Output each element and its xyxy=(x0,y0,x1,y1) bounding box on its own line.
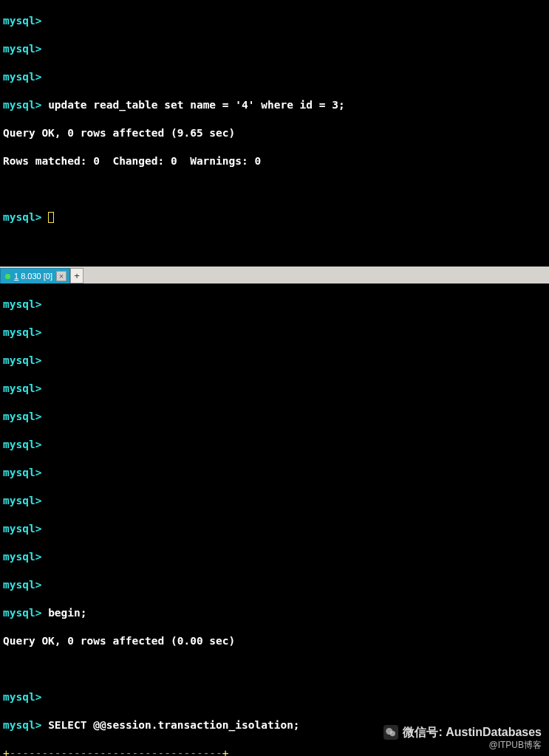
top-terminal: mysql> mysql> mysql> mysql> update read_… xyxy=(0,0,549,267)
mysql-prompt: mysql> xyxy=(3,523,41,535)
term-line: mysql> xyxy=(3,690,546,704)
begin-command: begin; xyxy=(48,607,86,619)
select-isolation-command: SELECT @@session.transaction_isolation; xyxy=(48,719,299,731)
mysql-prompt: mysql> xyxy=(3,298,41,310)
wechat-icon xyxy=(383,725,398,740)
term-line: mysql> xyxy=(3,326,546,340)
bottom-terminal: mysql> mysql> mysql> mysql> mysql> mysql… xyxy=(0,284,549,756)
add-tab-button[interactable]: + xyxy=(70,268,83,284)
watermark-sub: @ITPUB博客 xyxy=(383,740,542,752)
term-line: mysql> begin; xyxy=(3,606,546,620)
status-dot-icon xyxy=(5,274,10,279)
term-line: mysql> xyxy=(3,410,546,424)
term-line: mysql> xyxy=(3,494,546,508)
mysql-prompt: mysql> xyxy=(3,15,41,27)
query-result: Rows matched: 0 Changed: 0 Warnings: 0 xyxy=(3,154,546,168)
cursor-icon xyxy=(48,212,54,223)
mysql-prompt: mysql> xyxy=(3,382,41,394)
update-command: update read_table set name = '4' where i… xyxy=(48,99,345,111)
svg-point-1 xyxy=(390,731,396,737)
term-line: mysql> xyxy=(3,70,546,84)
term-line[interactable]: mysql> xyxy=(3,210,546,224)
mysql-prompt: mysql> xyxy=(3,467,41,478)
mysql-prompt: mysql> xyxy=(3,607,41,619)
tab-label: 1 8.030 [0] xyxy=(14,269,52,284)
term-line: mysql> xyxy=(3,382,546,396)
term-line: mysql> xyxy=(3,466,546,480)
blank-line xyxy=(3,238,546,252)
mysql-prompt: mysql> xyxy=(3,691,41,703)
term-line: mysql> xyxy=(3,522,546,536)
term-line: mysql> xyxy=(3,550,546,564)
blank-line xyxy=(3,662,546,676)
term-line: mysql> xyxy=(3,42,546,56)
blank-line xyxy=(3,182,546,196)
query-result: Query OK, 0 rows affected (9.65 sec) xyxy=(3,126,546,140)
mysql-prompt: mysql> xyxy=(3,719,41,731)
mysql-prompt: mysql> xyxy=(3,354,41,366)
watermark-label: 微信号: AustinDatabases xyxy=(403,725,542,740)
mysql-prompt: mysql> xyxy=(3,99,41,111)
mysql-prompt: mysql> xyxy=(3,495,41,506)
term-line: mysql> xyxy=(3,298,546,312)
mysql-prompt: mysql> xyxy=(3,551,41,563)
mysql-prompt: mysql> xyxy=(3,43,41,55)
mysql-prompt: mysql> xyxy=(3,410,41,422)
mysql-prompt: mysql> xyxy=(3,71,41,83)
term-line: mysql> xyxy=(3,14,546,28)
watermark: 微信号: AustinDatabases @ITPUB博客 xyxy=(383,725,542,752)
mysql-prompt: mysql> xyxy=(3,326,41,338)
close-tab-button[interactable]: × xyxy=(56,271,67,281)
term-line: mysql> xyxy=(3,578,546,592)
term-line: mysql> xyxy=(3,354,546,368)
term-line: mysql> update read_table set name = '4' … xyxy=(3,98,546,112)
tab-bar: 1 8.030 [0] × + xyxy=(0,267,549,284)
mysql-prompt: mysql> xyxy=(3,211,41,223)
mysql-prompt: mysql> xyxy=(3,439,41,450)
mysql-prompt: mysql> xyxy=(3,579,41,591)
session-tab[interactable]: 1 8.030 [0] × xyxy=(0,268,70,284)
term-line: mysql> xyxy=(3,438,546,452)
query-result: Query OK, 0 rows affected (0.00 sec) xyxy=(3,634,546,648)
